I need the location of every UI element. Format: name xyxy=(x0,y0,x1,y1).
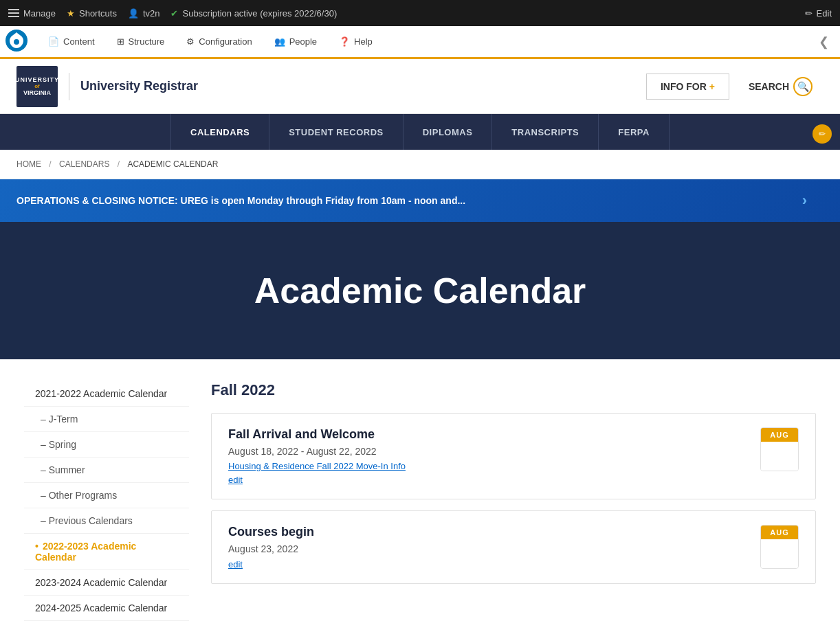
subscription-status: ✔ Subscription active (expires 2022/6/30… xyxy=(170,8,337,19)
admin-bar: Manage ★ Shortcuts 👤 tv2n ✔ Subscription… xyxy=(0,0,840,26)
subscription-label: Subscription active (expires 2022/6/30) xyxy=(182,8,337,19)
event-card-1-left: Fall Arrival and Welcome August 18, 2022… xyxy=(228,427,749,485)
search-button[interactable]: SEARCH 🔍 xyxy=(738,70,824,103)
hero-section: Academic Calendar xyxy=(0,222,840,359)
edit-label: Edit xyxy=(817,8,832,19)
event-2-calendar-icon: AUG xyxy=(760,525,799,569)
sidebar-item-2023-2024[interactable]: 2023-2024 Academic Calendar xyxy=(24,570,189,596)
uva-name-line1: UNIVERSITY xyxy=(15,76,59,83)
nav-student-records[interactable]: STUDENT RECORDS xyxy=(269,114,404,150)
sidebar-item-other-programs[interactable]: – Other Programs xyxy=(24,483,189,508)
search-icon: 🔍 xyxy=(793,77,813,96)
sidebar-item-jterm[interactable]: – J-Term xyxy=(24,407,189,432)
edit-button[interactable]: ✏ Edit xyxy=(805,8,832,19)
event-card-1: Fall Arrival and Welcome August 18, 2022… xyxy=(211,413,816,499)
sidebar-item-2022-2023[interactable]: 2022-2023 Academic Calendar xyxy=(24,534,189,570)
page-edit-button[interactable]: ✏ xyxy=(813,124,832,144)
event-2-cal-month: AUG xyxy=(761,526,798,539)
main-content: Fall 2022 Fall Arrival and Welcome Augus… xyxy=(211,381,816,621)
search-label: SEARCH xyxy=(749,81,789,92)
breadcrumb-calendars[interactable]: CALENDARS xyxy=(59,159,109,169)
hamburger-icon xyxy=(8,9,19,17)
drupal-logo-icon xyxy=(5,30,27,52)
sidebar-item-spring[interactable]: – Spring xyxy=(24,432,189,458)
breadcrumb-current: ACADEMIC CALENDAR xyxy=(127,159,218,169)
pencil-icon: ✏ xyxy=(805,8,813,19)
toolbar-structure[interactable]: ⊞ Structure xyxy=(107,31,175,52)
people-icon: 👥 xyxy=(274,36,285,47)
gear-icon: ⚙ xyxy=(186,36,195,47)
site-title: University Registrar xyxy=(80,79,198,93)
content-label: Content xyxy=(63,36,95,47)
nav-transcripts[interactable]: TRANSCRIPTS xyxy=(492,114,599,150)
uva-name-of: of xyxy=(34,83,40,89)
breadcrumb-home[interactable]: HOME xyxy=(16,159,41,169)
header-divider xyxy=(69,73,69,100)
site-header-right: INFO FOR + SEARCH 🔍 xyxy=(646,70,824,103)
sidebar-item-summer[interactable]: – Summer xyxy=(24,458,189,483)
sidebar-item-previous-calendars[interactable]: – Previous Calendars xyxy=(24,508,189,534)
hero-title: Academic Calendar xyxy=(16,270,824,311)
content-area: 2021-2022 Academic Calendar – J-Term – S… xyxy=(8,359,832,643)
toolbar-help[interactable]: ❓ Help xyxy=(329,31,382,52)
nav-diplomas[interactable]: DIPLOMAS xyxy=(404,114,493,150)
structure-label: Structure xyxy=(129,36,165,47)
event-1-title: Fall Arrival and Welcome xyxy=(228,427,749,442)
event-1-edit[interactable]: edit xyxy=(228,475,243,485)
notice-text: OPERATIONS & CLOSING NOTICE: UREG is ope… xyxy=(16,195,465,206)
breadcrumb-sep-2: / xyxy=(118,159,120,169)
event-card-2-left: Courses begin August 23, 2022 edit xyxy=(228,525,749,569)
toolbar-content[interactable]: 📄 Content xyxy=(38,31,104,52)
manage-label: Manage xyxy=(23,8,56,19)
main-nav: CALENDARS STUDENT RECORDS DIPLOMAS TRANS… xyxy=(0,114,840,150)
event-1-cal-day xyxy=(761,442,798,471)
check-icon: ✔ xyxy=(170,8,178,19)
user-label: tv2n xyxy=(143,8,160,19)
notice-banner[interactable]: OPERATIONS & CLOSING NOTICE: UREG is ope… xyxy=(0,179,840,222)
sidebar-item-2024-2025[interactable]: 2024-2025 Academic Calendar xyxy=(24,596,189,621)
nav-transcripts-label: TRANSCRIPTS xyxy=(511,127,579,137)
nav-calendars[interactable]: CALENDARS xyxy=(170,114,269,150)
collapse-icon: ❮ xyxy=(819,35,829,49)
nav-calendars-label: CALENDARS xyxy=(190,127,250,137)
svg-point-0 xyxy=(14,39,19,45)
site-header: UNIVERSITY of VIRGINIA University Regist… xyxy=(0,59,840,114)
structure-icon: ⊞ xyxy=(117,36,124,47)
site-header-left: UNIVERSITY of VIRGINIA University Regist… xyxy=(16,66,198,107)
people-label: People xyxy=(289,36,317,47)
event-1-date: August 18, 2022 - August 22, 2022 xyxy=(228,446,749,457)
uva-logo[interactable]: UNIVERSITY of VIRGINIA xyxy=(16,66,58,107)
event-2-date: August 23, 2022 xyxy=(228,543,749,554)
sidebar: 2021-2022 Academic Calendar – J-Term – S… xyxy=(24,381,189,621)
user-button[interactable]: 👤 tv2n xyxy=(128,8,160,19)
nav-student-records-label: STUDENT RECORDS xyxy=(289,127,384,137)
shortcuts-label: Shortcuts xyxy=(79,8,117,19)
shortcuts-button[interactable]: ★ Shortcuts xyxy=(67,8,117,19)
breadcrumb-sep-1: / xyxy=(49,159,51,169)
event-2-cal-day xyxy=(761,539,798,568)
uva-shield-icon: UNIVERSITY of VIRGINIA xyxy=(16,66,58,107)
sidebar-item-2021-2022[interactable]: 2021-2022 Academic Calendar xyxy=(24,381,189,407)
event-2-title: Courses begin xyxy=(228,525,749,539)
content-icon: 📄 xyxy=(48,36,59,47)
help-icon: ❓ xyxy=(339,36,350,47)
drupal-logo[interactable] xyxy=(5,30,30,54)
toolbar-collapse-button[interactable]: ❮ xyxy=(813,32,835,52)
event-2-edit[interactable]: edit xyxy=(228,559,243,569)
info-for-button[interactable]: INFO FOR + xyxy=(646,74,729,100)
drupal-toolbar: 📄 Content ⊞ Structure ⚙ Configuration 👥 … xyxy=(0,26,840,59)
user-icon: 👤 xyxy=(128,8,139,19)
configuration-label: Configuration xyxy=(199,36,252,47)
manage-button[interactable]: Manage xyxy=(8,8,56,19)
toolbar-configuration[interactable]: ⚙ Configuration xyxy=(177,31,261,52)
toolbar-people[interactable]: 👥 People xyxy=(265,31,327,52)
event-1-calendar-icon: AUG xyxy=(760,427,799,471)
info-for-plus: + xyxy=(709,81,715,92)
event-1-link[interactable]: Housing & Residence Fall 2022 Move-In In… xyxy=(228,461,749,471)
breadcrumb: HOME / CALENDARS / ACADEMIC CALENDAR xyxy=(0,150,840,179)
help-label: Help xyxy=(354,36,373,47)
nav-ferpa-label: FERPA xyxy=(618,127,650,137)
nav-ferpa[interactable]: FERPA xyxy=(599,114,670,150)
notice-arrow-icon: › xyxy=(802,192,807,210)
section-title: Fall 2022 xyxy=(211,381,816,399)
